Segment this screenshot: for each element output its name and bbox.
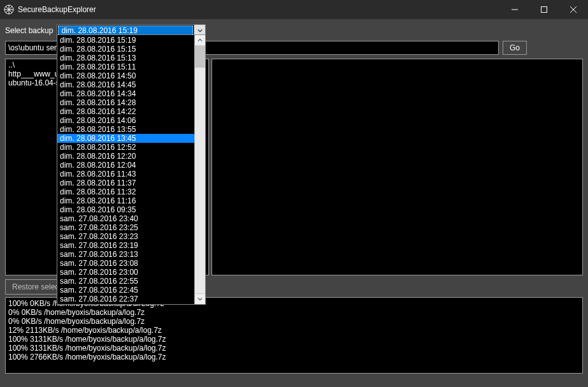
close-button[interactable]	[559, 0, 588, 19]
dropdown-option[interactable]: dim. 28.08.2016 12:52	[57, 143, 194, 152]
window-title: SecureBackupExplorer	[18, 5, 96, 14]
dropdown-option[interactable]: dim. 28.08.2016 14:22	[57, 107, 194, 116]
dropdown-option[interactable]: sam. 27.08.2016 23:08	[57, 259, 194, 268]
dropdown-option[interactable]: sam. 27.08.2016 22:37	[57, 295, 194, 303]
minimize-button[interactable]	[500, 0, 529, 19]
dropdown-option[interactable]: dim. 28.08.2016 14:50	[57, 71, 194, 80]
dropdown-option[interactable]: dim. 28.08.2016 11:16	[57, 196, 194, 205]
maximize-button[interactable]	[529, 0, 559, 19]
go-button[interactable]: Go	[503, 41, 527, 55]
dropdown-option[interactable]: dim. 28.08.2016 15:15	[57, 45, 194, 54]
dropdown-option[interactable]: dim. 28.08.2016 09:35	[57, 205, 194, 214]
log-line: 100% 2766KB/s /home/byoxis/backup/a/log.…	[8, 353, 580, 361]
log-line: 0% 0KB/s /home/byoxis/backup/a/log.7z	[8, 308, 580, 317]
dropdown-option[interactable]: dim. 28.08.2016 14:06	[57, 116, 194, 125]
dropdown-option[interactable]: dim. 28.08.2016 13:45	[57, 134, 194, 143]
dropdown-option[interactable]: sam. 27.08.2016 23:19	[57, 241, 194, 250]
backup-dropdown[interactable]: dim. 28.08.2016 15:19dim. 28.08.2016 15:…	[57, 34, 206, 305]
preview-pane	[212, 59, 583, 275]
svg-rect-6	[541, 7, 547, 13]
scroll-track[interactable]	[195, 46, 205, 293]
log-line: 12% 2113KB/s /home/byoxis/backup/a/log.7…	[8, 326, 580, 335]
dropdown-option[interactable]: dim. 28.08.2016 12:04	[57, 161, 194, 170]
dropdown-option[interactable]: dim. 28.08.2016 14:28	[57, 98, 194, 107]
log-line: 100% 3131KB/s /home/byoxis/backup/a/log.…	[8, 344, 580, 353]
dropdown-option[interactable]: sam. 27.08.2016 23:25	[57, 223, 194, 232]
app-icon	[4, 4, 14, 15]
dropdown-option[interactable]: sam. 27.08.2016 23:13	[57, 250, 194, 259]
titlebar: SecureBackupExplorer	[0, 0, 588, 19]
dropdown-option[interactable]: dim. 28.08.2016 15:11	[57, 62, 194, 71]
dropdown-option[interactable]: dim. 28.08.2016 15:13	[57, 54, 194, 62]
dropdown-scrollbar[interactable]	[194, 35, 205, 304]
log-line: 0% 0KB/s /home/byoxis/backup/a/log.7z	[8, 317, 580, 326]
dropdown-option[interactable]: sam. 27.08.2016 23:00	[57, 268, 194, 277]
dropdown-option[interactable]: dim. 28.08.2016 12:20	[57, 152, 194, 161]
scroll-down-icon[interactable]	[195, 293, 205, 304]
dropdown-option[interactable]: dim. 28.08.2016 11:32	[57, 187, 194, 196]
log-output: 100% 0KB/s /home/byoxis/backup/a/dirLog.…	[5, 297, 583, 374]
scroll-thumb[interactable]	[195, 46, 205, 68]
dropdown-option[interactable]: sam. 27.08.2016 23:40	[57, 214, 194, 223]
log-line: 100% 3131KB/s /home/byoxis/backup/a/log.…	[8, 335, 580, 344]
dropdown-option[interactable]: sam. 27.08.2016 22:45	[57, 286, 194, 295]
dropdown-option[interactable]: dim. 28.08.2016 11:37	[57, 179, 194, 187]
dropdown-option[interactable]: dim. 28.08.2016 13:55	[57, 125, 194, 134]
dropdown-option[interactable]: dim. 28.08.2016 14:34	[57, 89, 194, 98]
window-controls	[500, 0, 588, 19]
dropdown-option[interactable]: dim. 28.08.2016 11:43	[57, 170, 194, 179]
dropdown-option[interactable]: dim. 28.08.2016 15:19	[57, 36, 194, 45]
scroll-up-icon[interactable]	[195, 35, 205, 46]
dropdown-option[interactable]: sam. 27.08.2016 22:55	[57, 277, 194, 286]
dropdown-option[interactable]: sam. 27.08.2016 23:23	[57, 232, 194, 241]
select-backup-label: Select backup	[5, 26, 53, 35]
dropdown-option[interactable]: dim. 28.08.2016 14:45	[57, 80, 194, 89]
